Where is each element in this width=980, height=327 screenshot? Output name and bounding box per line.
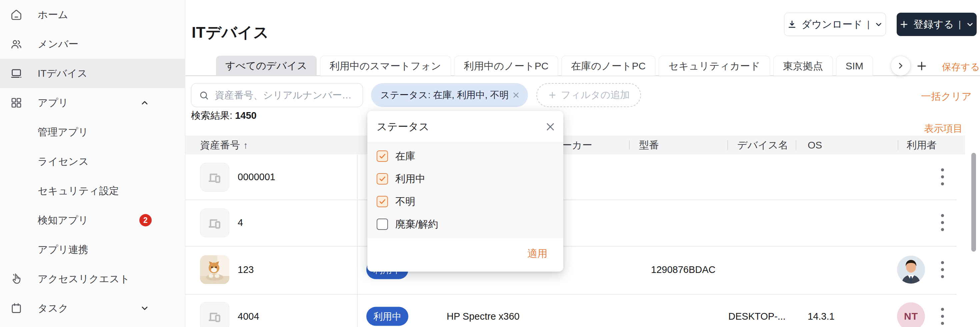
home-icon	[10, 8, 23, 21]
it-device-page: ホーム メンバー ITデバイス アプリ 管理アプリ	[0, 0, 980, 327]
vertical-scrollbar[interactable]	[971, 153, 976, 252]
sidebar-item-licenses[interactable]: ライセンス	[0, 147, 185, 176]
sidebar-item-label: アプリ	[38, 96, 68, 110]
device-icon	[206, 308, 223, 325]
tab-smartphones-in-use[interactable]: 利用中のスマートフォン	[320, 56, 451, 76]
status-option-disposed[interactable]: 廃棄/解約	[368, 213, 563, 236]
device-thumbnail-placeholder	[200, 302, 229, 327]
row-actions-menu[interactable]	[937, 259, 947, 280]
device-icon	[206, 214, 223, 231]
sidebar-item-access-requests[interactable]: アクセスリクエスト	[0, 264, 185, 294]
sidebar-item-app-integrations[interactable]: アプリ連携	[0, 235, 185, 264]
chevron-right-icon	[896, 61, 905, 70]
sidebar-item-detected-apps[interactable]: 検知アプリ 2	[0, 206, 185, 235]
checkbox-checked[interactable]	[377, 196, 388, 207]
users-icon	[10, 38, 23, 50]
sidebar-item-label: タスク	[38, 301, 68, 315]
asset-number: 4004	[238, 311, 259, 322]
maker: HP Spectre x360	[447, 311, 520, 322]
status-filter-popup: ステータス 在庫 利用中 不明	[368, 111, 563, 271]
plus-icon	[899, 19, 909, 29]
tab-tokyo-office[interactable]: 東京拠点	[773, 56, 833, 76]
sidebar-item-home[interactable]: ホーム	[0, 0, 185, 29]
tab-laptops-in-use[interactable]: 利用中のノートPC	[454, 56, 558, 76]
remove-filter-icon[interactable]	[511, 91, 521, 100]
search-box	[191, 83, 363, 107]
model-number: 1290876BDAC	[651, 264, 715, 275]
row-divider	[185, 199, 957, 200]
close-icon[interactable]	[545, 121, 556, 132]
chevron-down-icon	[966, 20, 974, 29]
saved-view-tabs: すべてのデバイス 利用中のスマートフォン 利用中のノートPC 在庫のノートPC …	[216, 56, 895, 76]
os-version: 14.3.1	[808, 311, 835, 322]
chevron-down-icon	[140, 304, 150, 313]
row-actions-menu[interactable]	[937, 212, 947, 233]
add-tab-button[interactable]	[916, 60, 928, 72]
apply-button[interactable]: 適用	[527, 247, 547, 261]
sort-ascending-icon: ↑	[243, 140, 248, 150]
sidebar-item-tasks[interactable]: タスク	[0, 294, 185, 323]
results-count: 1450	[235, 110, 257, 121]
sidebar-item-security-settings[interactable]: セキュリティ設定	[0, 176, 185, 206]
sidebar-item-label: 検知アプリ	[38, 214, 88, 227]
clear-all-filters-link[interactable]: 一括クリア	[921, 90, 972, 104]
column-separator	[629, 140, 630, 150]
sidebar-item-label: アクセスリクエスト	[38, 272, 130, 286]
asset-number: 123	[238, 264, 254, 275]
status-option-in-use[interactable]: 利用中	[368, 167, 563, 190]
column-header-asset-number[interactable]: 資産番号↑	[200, 136, 248, 155]
column-header-model-number[interactable]: 型番	[639, 136, 659, 155]
cat-photo	[200, 255, 229, 284]
laptop-icon	[10, 67, 23, 80]
search-input[interactable]	[214, 84, 357, 107]
row-actions-menu[interactable]	[937, 306, 947, 327]
results-label: 検索結果:	[191, 110, 235, 121]
status-option-unknown[interactable]: 不明	[368, 190, 563, 213]
register-button[interactable]: 登録する |	[897, 13, 977, 36]
device-icon	[206, 169, 223, 186]
device-thumbnail-placeholder	[200, 163, 229, 191]
plus-icon	[916, 60, 928, 72]
tab-laptops-in-stock[interactable]: 在庫のノートPC	[562, 56, 655, 76]
register-button-label: 登録する	[913, 18, 954, 31]
sidebar-item-label: セキュリティ設定	[38, 184, 119, 198]
checkbox-checked[interactable]	[377, 173, 388, 185]
tab-all-devices[interactable]: すべてのデバイス	[216, 56, 317, 76]
status-option-in-stock[interactable]: 在庫	[368, 145, 563, 167]
column-header-os[interactable]: OS	[808, 136, 822, 155]
plus-icon	[548, 91, 557, 100]
row-divider	[185, 246, 957, 247]
status-badge: 利用中	[366, 307, 408, 326]
sidebar-item-label: アプリ連携	[38, 243, 88, 257]
column-header-user[interactable]: 利用者	[907, 136, 937, 155]
download-button-label: ダウンロード	[801, 18, 863, 31]
column-separator	[898, 140, 898, 150]
sidebar-item-label: メンバー	[38, 37, 78, 51]
sidebar-item-label: 管理アプリ	[38, 126, 88, 139]
add-filter-button[interactable]: フィルタの追加	[536, 83, 641, 107]
checkbox-unchecked[interactable]	[377, 219, 388, 230]
sidebar-item-it-devices[interactable]: ITデバイス	[0, 59, 185, 88]
display-columns-link[interactable]: 表示項目	[924, 122, 963, 136]
status-filter-chip[interactable]: ステータス: 在庫, 利用中, 不明	[371, 83, 528, 107]
tabs-scroll-right-button[interactable]	[891, 56, 911, 76]
column-header-device-name[interactable]: デバイス名	[737, 136, 788, 155]
column-separator	[727, 140, 728, 150]
save-view-link[interactable]: 保存する	[942, 61, 980, 73]
sidebar-item-members[interactable]: メンバー	[0, 29, 185, 59]
search-results-count: 検索結果: 1450	[191, 109, 257, 123]
chevron-down-icon	[874, 20, 883, 29]
frozen-column-divider	[357, 155, 358, 327]
row-actions-menu[interactable]	[937, 166, 947, 188]
chevron-up-icon	[140, 98, 150, 107]
sidebar-item-label: ホーム	[38, 8, 68, 22]
checkbox-checked[interactable]	[377, 150, 388, 162]
sidebar-item-apps[interactable]: アプリ	[0, 88, 185, 118]
tab-security-cards[interactable]: セキュリティカード	[659, 56, 770, 76]
tab-sim[interactable]: SIM	[836, 56, 873, 76]
sidebar-item-managed-apps[interactable]: 管理アプリ	[0, 118, 185, 147]
notification-badge: 2	[139, 214, 152, 227]
calendar-icon	[10, 302, 23, 315]
download-button[interactable]: ダウンロード |	[784, 13, 886, 36]
asset-number: 0000001	[238, 172, 275, 182]
